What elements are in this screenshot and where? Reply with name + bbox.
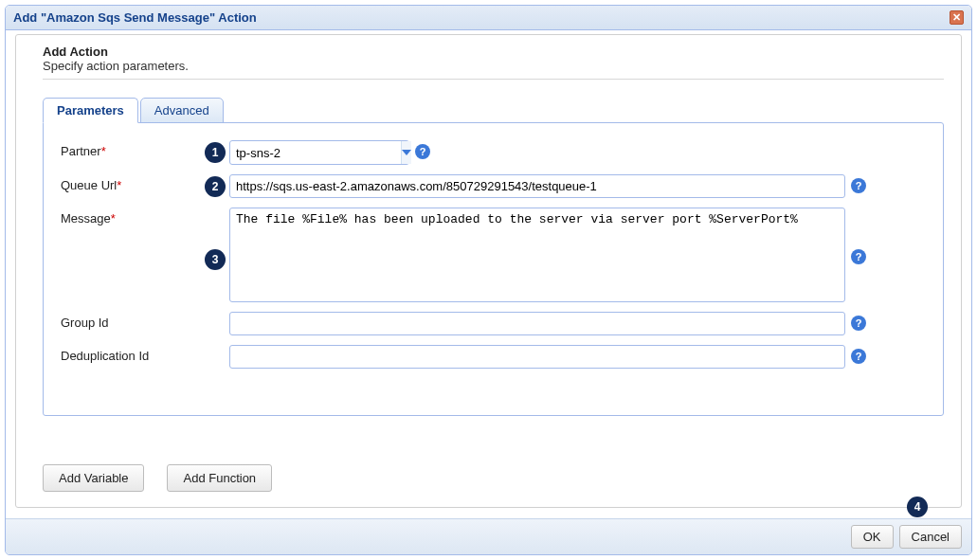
dialog-titlebar[interactable]: Add "Amazon Sqs Send Message" Action ✕: [6, 6, 971, 30]
badge-col-2: 2: [201, 174, 229, 197]
step-badge-3: 3: [205, 249, 226, 270]
divider: [43, 79, 944, 80]
badge-col-3: 3: [201, 208, 229, 270]
help-icon[interactable]: ?: [851, 349, 866, 364]
tab-parameters[interactable]: Parameters: [43, 98, 138, 123]
group-id-input[interactable]: [229, 312, 845, 335]
label-group-id: Group Id: [61, 312, 201, 330]
label-dedup-id: Deduplication Id: [61, 345, 201, 363]
label-partner-text: Partner: [61, 144, 101, 158]
label-partner: Partner*: [61, 140, 201, 158]
badge-col-empty: [201, 345, 229, 347]
help-icon[interactable]: ?: [415, 144, 430, 159]
dialog-body: Add Action Specify action parameters. Pa…: [6, 30, 971, 508]
badge-col-4: 4: [907, 497, 928, 517]
tab-panel-parameters: Partner* 1 ?: [43, 122, 944, 416]
required-mark: *: [117, 178, 121, 192]
field-message: ?: [229, 208, 874, 302]
step-badge-1: 1: [205, 142, 226, 163]
row-group-id: Group Id ?: [61, 312, 926, 335]
chevron-down-icon[interactable]: [401, 141, 411, 164]
bottom-button-row: Add Variable Add Function: [43, 464, 272, 492]
label-queue-url: Queue Url*: [61, 174, 201, 192]
ok-button[interactable]: OK: [851, 525, 894, 549]
field-partner: ?: [229, 140, 430, 165]
row-message: Message* 3 ?: [61, 208, 926, 302]
add-variable-button[interactable]: Add Variable: [43, 464, 144, 492]
help-icon[interactable]: ?: [851, 249, 866, 264]
help-icon[interactable]: ?: [851, 178, 866, 193]
field-group-id: ?: [229, 312, 874, 335]
label-queue-url-text: Queue Url: [61, 178, 117, 192]
partner-combo[interactable]: [229, 140, 409, 165]
close-icon: ✕: [952, 11, 961, 23]
close-button[interactable]: ✕: [950, 10, 964, 25]
row-partner: Partner* 1 ?: [61, 140, 926, 165]
field-dedup-id: ?: [229, 345, 874, 369]
badge-col-empty: [201, 312, 229, 314]
field-queue-url: ?: [229, 174, 874, 198]
message-textarea[interactable]: [229, 208, 845, 302]
tab-advanced[interactable]: Advanced: [140, 98, 224, 123]
row-dedup-id: Deduplication Id ?: [61, 345, 926, 369]
section-subtitle: Specify action parameters.: [43, 59, 944, 73]
queue-url-input[interactable]: [229, 174, 845, 198]
section-title: Add Action: [43, 45, 944, 59]
badge-col-1: 1: [201, 140, 229, 163]
step-badge-4: 4: [907, 497, 928, 517]
partner-input[interactable]: [230, 141, 401, 164]
dedup-id-input[interactable]: [229, 345, 845, 369]
add-function-button[interactable]: Add Function: [167, 464, 272, 492]
cancel-button[interactable]: Cancel: [899, 525, 962, 549]
label-message-text: Message: [61, 211, 111, 226]
inner-card: Add Action Specify action parameters. Pa…: [15, 34, 962, 508]
dialog-footer: 4 OK Cancel: [6, 518, 971, 554]
row-queue-url: Queue Url* 2 ?: [61, 174, 926, 198]
required-mark: *: [101, 144, 106, 158]
help-icon[interactable]: ?: [851, 316, 866, 331]
step-badge-2: 2: [205, 176, 226, 197]
dialog-title: Add "Amazon Sqs Send Message" Action: [13, 10, 257, 25]
tabs: Parameters Advanced: [43, 97, 944, 122]
required-mark: *: [111, 211, 116, 226]
label-message: Message*: [61, 208, 201, 226]
dialog-window: Add "Amazon Sqs Send Message" Action ✕ A…: [5, 5, 972, 555]
